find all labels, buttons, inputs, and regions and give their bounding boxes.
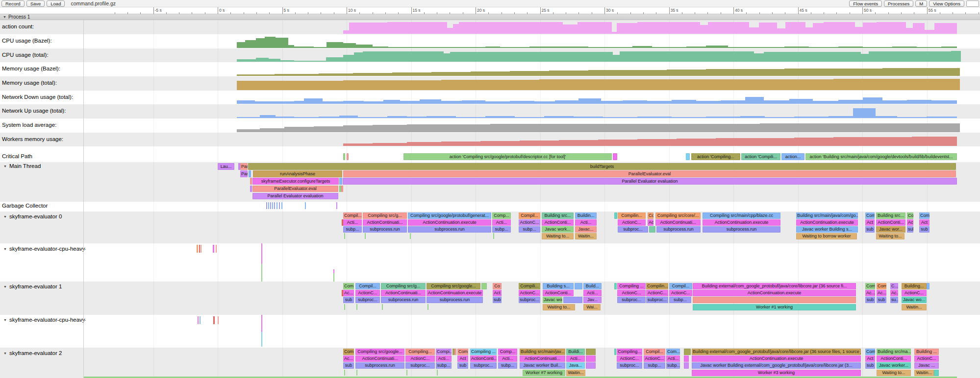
trace-block[interactable]: ActionC... bbox=[914, 355, 939, 362]
trace-block[interactable]: ActionContinuation.execute bbox=[703, 219, 780, 226]
trace-block[interactable]: action 'Compiling... bbox=[691, 153, 740, 160]
trace-block[interactable]: Javac worker... bbox=[877, 362, 911, 369]
trace-mark[interactable] bbox=[266, 202, 267, 209]
trace-mark[interactable] bbox=[200, 316, 201, 324]
trace-mark[interactable] bbox=[356, 370, 357, 376]
trace-mark[interactable] bbox=[213, 316, 215, 324]
trace-block[interactable]: Javac wor... bbox=[876, 226, 905, 233]
trace-block[interactable]: Building... bbox=[902, 283, 927, 289]
trace-block[interactable]: subprocess.run bbox=[355, 362, 404, 369]
trace-block[interactable]: Ac... bbox=[890, 290, 898, 296]
trace-block[interactable]: sub bbox=[865, 226, 875, 233]
trace-block[interactable]: Acti... bbox=[566, 355, 585, 362]
trace-mark[interactable] bbox=[261, 332, 262, 347]
trace-block[interactable]: Building external/com_google_protobuf/ja… bbox=[692, 349, 861, 355]
trace-block[interactable]: Buildin... bbox=[575, 213, 597, 219]
trace-block[interactable]: ActionConti... bbox=[877, 355, 911, 362]
trace-block[interactable]: Ac... bbox=[865, 290, 875, 296]
trace-block[interactable]: Compil... bbox=[355, 283, 380, 289]
trace-block[interactable]: subp... bbox=[498, 362, 517, 369]
trace-block[interactable]: ActionC... bbox=[646, 290, 668, 296]
trace-block[interactable] bbox=[927, 283, 930, 289]
trace-block[interactable]: Co bbox=[907, 213, 913, 219]
trace-block[interactable]: subproc... bbox=[355, 297, 380, 303]
trace-block[interactable]: Building ... bbox=[914, 349, 939, 355]
trace-block[interactable]: ActionC... bbox=[519, 290, 540, 296]
trace-block[interactable] bbox=[614, 213, 617, 219]
trace-block[interactable]: subproc... bbox=[470, 362, 497, 369]
track-label[interactable]: ▼skyframe-evaluator 1 bbox=[0, 284, 86, 289]
trace-block[interactable]: subprocess.run bbox=[381, 297, 426, 303]
trace-block[interactable]: ActionContinuati... bbox=[381, 290, 426, 296]
load-button[interactable]: Load bbox=[47, 0, 65, 7]
trace-block[interactable]: su... bbox=[890, 297, 898, 303]
trace-block[interactable]: ActionC... bbox=[644, 355, 665, 362]
trace-block[interactable]: Compi... bbox=[436, 349, 452, 355]
trace-mark[interactable] bbox=[344, 233, 345, 239]
trace-block[interactable]: Ac... bbox=[343, 290, 354, 296]
trace-block[interactable]: subproc... bbox=[617, 362, 642, 369]
trace-block[interactable]: Act bbox=[865, 355, 875, 362]
trace-block[interactable]: Co bbox=[493, 283, 502, 289]
trace-block[interactable]: Building src... bbox=[876, 213, 905, 219]
trace-block[interactable]: Waiting to... bbox=[876, 233, 905, 239]
trace-block[interactable]: subproc... bbox=[618, 226, 648, 233]
trace-block[interactable]: Comp... bbox=[498, 349, 517, 355]
record-button[interactable]: Record bbox=[1, 0, 25, 7]
trace-block[interactable]: Acti... bbox=[666, 355, 680, 362]
trace-mark[interactable] bbox=[218, 316, 219, 324]
trace-block[interactable]: Compiling ... bbox=[470, 349, 497, 355]
trace-block[interactable]: sub bbox=[907, 226, 913, 233]
trace-block[interactable] bbox=[343, 153, 345, 160]
trace-block[interactable]: subp... bbox=[519, 226, 540, 233]
trace-block[interactable]: Build... bbox=[583, 283, 602, 289]
collapse-triangle-icon[interactable]: ▼ bbox=[3, 352, 7, 355]
trace-mark[interactable] bbox=[410, 233, 411, 239]
trace-block[interactable]: Worker #3 working bbox=[692, 370, 861, 376]
trace-mark[interactable] bbox=[427, 304, 428, 310]
collapse-triangle-icon[interactable]: ▼ bbox=[3, 15, 6, 19]
trace-block[interactable] bbox=[454, 349, 456, 355]
trace-block[interactable] bbox=[481, 283, 487, 289]
trace-block[interactable]: Co bbox=[648, 213, 653, 219]
trace-block[interactable]: Waiting to... bbox=[542, 233, 574, 239]
trace-block[interactable]: Compil... bbox=[669, 283, 692, 289]
trace-block[interactable] bbox=[934, 370, 939, 376]
trace-mark[interactable] bbox=[382, 304, 383, 310]
trace-mark[interactable] bbox=[356, 304, 357, 310]
trace-block[interactable]: subproc... bbox=[646, 297, 668, 303]
trace-block[interactable]: Java... bbox=[566, 362, 585, 369]
trace-mark[interactable] bbox=[272, 202, 273, 209]
trace-block[interactable]: Ac... bbox=[877, 290, 886, 296]
trace-block[interactable]: C... bbox=[890, 283, 898, 289]
trace-block[interactable] bbox=[586, 355, 596, 362]
trace-mark[interactable] bbox=[201, 245, 201, 253]
trace-block[interactable]: Building src... bbox=[542, 213, 574, 219]
trace-block[interactable]: subp... bbox=[492, 226, 511, 233]
trace-block[interactable]: Building src/main/java/com/go... bbox=[796, 213, 858, 219]
trace-block[interactable]: sub bbox=[877, 297, 886, 303]
process-header[interactable]: ▼ Process 1 bbox=[0, 14, 980, 20]
trace-block[interactable]: Worker #7 working bbox=[523, 370, 565, 376]
trace-block[interactable]: Compilin... bbox=[646, 283, 668, 289]
trace-block[interactable]: Building src/ma... bbox=[877, 349, 911, 355]
collapse-triangle-icon[interactable]: ▼ bbox=[3, 247, 7, 251]
trace-mark[interactable] bbox=[261, 243, 262, 264]
trace-block[interactable]: subprocess.run bbox=[408, 226, 491, 233]
trace-block[interactable]: Act bbox=[907, 219, 913, 226]
trace-block[interactable] bbox=[339, 178, 342, 185]
trace-block[interactable]: Building external/com_google_protobuf/ja… bbox=[693, 283, 856, 289]
trace-block[interactable]: Acti... bbox=[492, 219, 511, 226]
trace-block[interactable]: ActionC... bbox=[519, 219, 540, 226]
trace-mark[interactable] bbox=[270, 202, 271, 209]
trace-mark[interactable] bbox=[344, 370, 345, 376]
trace-block[interactable] bbox=[563, 297, 582, 303]
trace-mark[interactable] bbox=[261, 315, 262, 332]
trace-block[interactable]: action 'Compili... bbox=[741, 153, 780, 160]
trace-block[interactable]: subp... bbox=[669, 297, 691, 303]
trace-block[interactable]: ActionContinuati... bbox=[355, 355, 404, 362]
trace-block[interactable]: Act bbox=[865, 219, 875, 226]
trace-block[interactable]: Waitin... bbox=[566, 370, 585, 376]
trace-block[interactable]: ActionConti... bbox=[542, 219, 574, 226]
trace-block[interactable] bbox=[249, 170, 251, 177]
